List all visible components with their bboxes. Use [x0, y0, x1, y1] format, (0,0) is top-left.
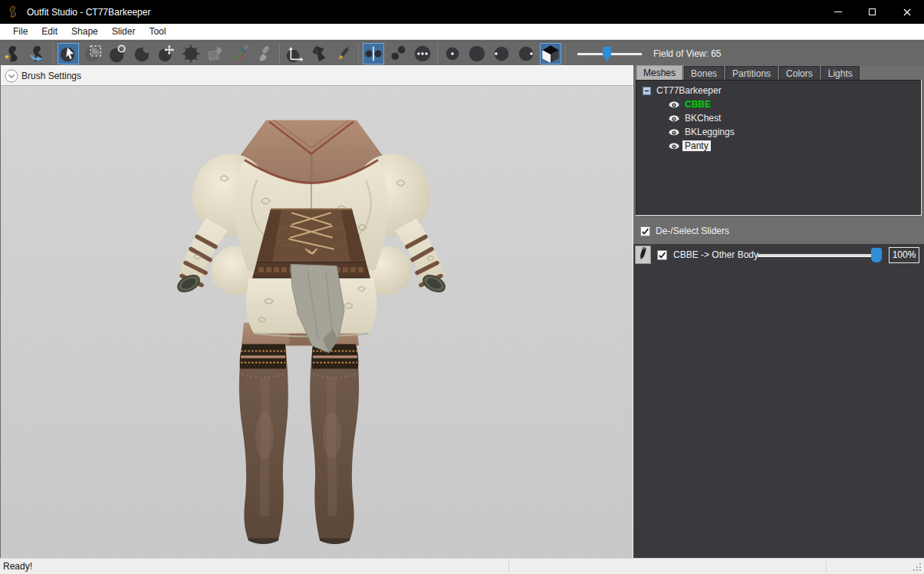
visibility-eye-icon[interactable] [668, 114, 680, 123]
statusbar-separator [508, 561, 509, 572]
slider-thumb[interactable] [871, 248, 882, 262]
menu-tool[interactable]: Tool [142, 24, 173, 39]
smooth-brush-icon [181, 43, 201, 64]
toolbar-buttons [2, 43, 568, 64]
viewport-3d[interactable] [1, 86, 634, 558]
right-panel: MeshesBonesPartitionsColorsLights CT77Ba… [633, 65, 924, 558]
close-icon [903, 8, 911, 16]
brush-settings-header[interactable]: Brush Settings [1, 65, 633, 86]
titlebar: Outfit Studio - CT77Barkeeper [0, 0, 924, 24]
outfit-model [1, 86, 634, 558]
slider-track-area[interactable] [758, 247, 882, 262]
weight-brush-icon [206, 43, 225, 64]
tree-item-root[interactable]: CT77Barkeeper [636, 84, 920, 97]
tab-meshes[interactable]: Meshes [636, 65, 682, 80]
menu-file[interactable]: File [6, 24, 35, 39]
deselect-sliders-bar: De-/Select Sliders [633, 218, 924, 244]
tree-item-cbbe[interactable]: CBBE [636, 97, 920, 111]
move-brush-button[interactable] [156, 43, 177, 64]
menu-slider[interactable]: Slider [105, 24, 143, 39]
close-button[interactable] [889, 0, 924, 24]
tab-partitions[interactable]: Partitions [725, 66, 778, 80]
tree-item-bkchest[interactable]: BKChest [636, 111, 920, 125]
cube-icon [541, 43, 561, 64]
connected-only-toggle[interactable] [387, 43, 409, 64]
body-star-icon [4, 43, 24, 64]
circle-filled-icon [467, 43, 487, 64]
pin-tool-button[interactable] [308, 43, 330, 64]
menu-shape[interactable]: Shape [64, 24, 105, 39]
brush-options-button[interactable] [412, 43, 433, 64]
tree-item-panty[interactable]: Panty [636, 139, 920, 153]
pin-icon [309, 43, 329, 64]
toolbar-separator [565, 44, 566, 64]
deselect-sliders-checkbox[interactable] [640, 226, 650, 236]
brush-spacing-button[interactable] [515, 43, 537, 64]
mask-brush-icon [83, 43, 103, 64]
model-stockings [239, 345, 359, 545]
body-arrow-icon [28, 43, 48, 64]
brush-settings-label: Brush Settings [21, 71, 81, 81]
maximize-icon [869, 8, 876, 15]
toolbar-separator [53, 44, 54, 64]
toolbar: Field of View: 65 [0, 41, 924, 65]
load-project-button[interactable] [28, 43, 49, 64]
visibility-eye-icon[interactable] [668, 142, 680, 150]
chevron-down-icon[interactable] [5, 69, 18, 83]
slider-checkbox[interactable] [657, 250, 667, 260]
deflate-brush-button[interactable] [131, 43, 153, 64]
model-corset [257, 209, 366, 262]
statusbar: Ready! [0, 558, 924, 574]
alpha-brush-icon [255, 43, 275, 64]
slider-track[interactable] [758, 254, 882, 257]
fov-slider-thumb[interactable] [603, 47, 611, 61]
slider-value-box[interactable]: 100% [889, 247, 919, 263]
brush-strength-button[interactable] [466, 43, 488, 64]
color-brush-button[interactable] [229, 43, 251, 64]
window-controls [820, 0, 924, 24]
pencil-icon [638, 247, 648, 262]
edit-tool-button[interactable] [333, 43, 354, 64]
fov-label: Field of View: 65 [653, 48, 722, 59]
slider-edit-button[interactable] [635, 246, 651, 264]
slider-label: CBBE -> Other Body [673, 249, 758, 260]
maximize-button[interactable] [855, 0, 889, 24]
visibility-eye-icon[interactable] [668, 101, 680, 109]
brush-size-button[interactable] [442, 43, 463, 64]
weight-brush-button[interactable] [205, 43, 226, 64]
window-title: Outfit Studio - CT77Barkeeper [27, 7, 150, 18]
resize-grip[interactable] [913, 563, 922, 572]
circle-center-dot-icon [442, 43, 462, 64]
deflate-brush-icon [132, 43, 152, 64]
tree-item-label: Panty [682, 140, 711, 151]
menu-edit[interactable]: Edit [35, 24, 64, 39]
new-project-button[interactable] [3, 43, 25, 64]
mask-brush-button[interactable] [82, 43, 104, 64]
tree-collapse-toggle[interactable] [643, 87, 651, 95]
tab-colors[interactable]: Colors [779, 66, 820, 80]
perspective-toggle[interactable] [540, 43, 561, 64]
inflate-brush-button[interactable] [107, 43, 128, 64]
field-of-view-slider[interactable] [577, 41, 642, 66]
tree-root-label: CT77Barkeeper [656, 85, 722, 96]
transform-tool-button[interactable] [284, 43, 305, 64]
toolbar-separator [279, 44, 280, 64]
visibility-eye-icon[interactable] [668, 128, 680, 137]
toolbar-separator [358, 44, 359, 64]
alpha-brush-button[interactable] [254, 43, 275, 64]
outfit-studio-window: Outfit Studio - CT77Barkeeper FileEditSh… [0, 0, 924, 574]
inflate-brush-icon [107, 43, 127, 64]
slider-row: CBBE -> Other Body100% [633, 245, 924, 265]
brush-focus-button[interactable] [491, 43, 512, 64]
select-tool-button[interactable] [58, 43, 79, 64]
status-text: Ready! [3, 561, 32, 572]
move-brush-icon [156, 43, 176, 64]
statusbar-separator [826, 561, 827, 572]
x-mirror-toggle[interactable] [363, 43, 384, 64]
circle-left-dot-icon [492, 43, 511, 64]
tab-lights[interactable]: Lights [821, 66, 860, 80]
tree-item-bkleggings[interactable]: BKLeggings [636, 125, 920, 139]
tab-bones[interactable]: Bones [684, 66, 724, 80]
smooth-brush-button[interactable] [180, 43, 202, 64]
minimize-button[interactable] [820, 0, 855, 24]
